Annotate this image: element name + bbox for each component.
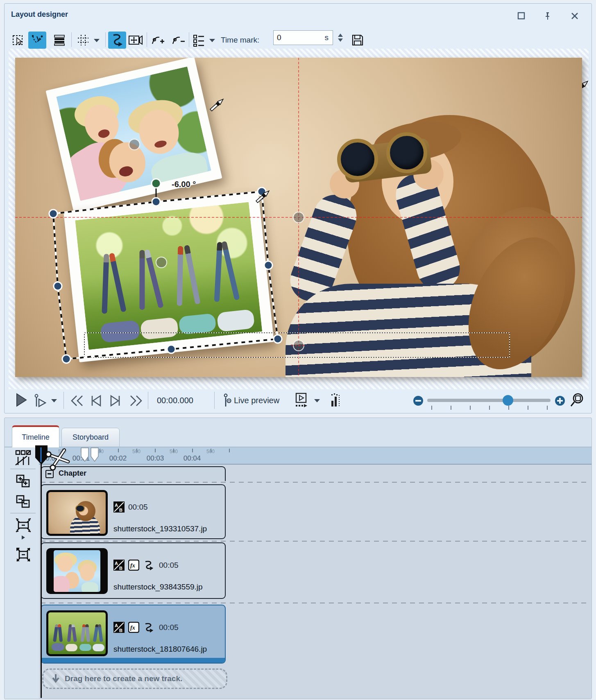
present-window-icon[interactable] (294, 392, 308, 408)
fit-width-button[interactable] (14, 516, 33, 534)
fit-all-button[interactable] (14, 546, 33, 564)
time-mark-input[interactable]: 0 s (273, 30, 333, 45)
lane-separator (41, 541, 589, 542)
scissors-marker-icon[interactable] (46, 447, 70, 470)
curve-mode-tool-button[interactable] (108, 32, 126, 49)
live-preview-label[interactable]: Live preview (234, 396, 279, 405)
ruler-tick (229, 449, 230, 452)
thumb-kid-legs (98, 624, 103, 641)
thumb-kid-legs (58, 624, 63, 641)
ruler-second-label: 00:02 (109, 454, 127, 463)
rotation-handle[interactable] (152, 179, 161, 188)
timeline-clip-2[interactable]: AB fx 00:05 shutterstock_93843559.jp (41, 542, 226, 599)
selection-marching-ants[interactable] (53, 192, 278, 359)
object-list-tool-button[interactable] (190, 32, 208, 49)
svg-text:A: A (115, 561, 118, 566)
thumb-kid-legs (71, 624, 77, 642)
object-center-marker-1[interactable] (129, 139, 140, 150)
svg-text:fx: fx (130, 625, 135, 631)
time-mark-unit: s (325, 33, 329, 42)
time-mark-spinner[interactable] (335, 30, 345, 45)
ruler-tick (155, 449, 156, 452)
ruler-second-label: 00:03 (147, 454, 164, 463)
clip-1-icons: AB 00:05 (113, 501, 148, 513)
object-center-marker-2[interactable] (156, 257, 167, 268)
grid-tool-button[interactable] (74, 32, 92, 49)
arrow-down-icon (51, 673, 61, 684)
clip-1-duration: 00:05 (128, 503, 148, 512)
resize-handle-left-mid[interactable] (54, 282, 62, 290)
clip-3-filename: shutterstock_181807646.jp (113, 645, 224, 654)
collapse-chapter-button[interactable] (45, 470, 54, 478)
edit-curve-tool-button[interactable] (28, 32, 46, 49)
pan-view-tool-button[interactable] (127, 32, 145, 49)
svg-text:fx: fx (130, 562, 135, 569)
svg-text:B: B (119, 566, 122, 571)
secondary-center-marker[interactable] (291, 340, 306, 351)
close-icon[interactable] (570, 11, 580, 21)
play-options-dropdown-icon[interactable] (50, 398, 58, 403)
ruler-half-label: 500 (170, 449, 178, 454)
pin-icon[interactable] (543, 11, 553, 21)
tool-separator (10, 469, 36, 469)
tab-timeline[interactable]: Timeline (12, 425, 59, 447)
clip-2-duration: 00:05 (159, 561, 179, 570)
motion-curve-icon (143, 560, 155, 571)
range-marker-end[interactable] (91, 447, 99, 463)
thumb-kid-body (79, 644, 91, 651)
tab-storyboard[interactable]: Storyboard (61, 428, 120, 447)
track-options-button[interactable] (14, 449, 33, 467)
play-from-marker-button[interactable] (33, 393, 47, 408)
previous-button[interactable] (89, 394, 103, 407)
timeline-ruler[interactable]: 500 500 500 500 500 00:00 00:01 00:02 00… (39, 447, 591, 465)
tab-storyboard-label: Storyboard (73, 433, 109, 442)
grid-dropdown-icon[interactable] (93, 37, 100, 45)
remove-keypoint-tool-button[interactable] (169, 32, 187, 49)
expand-all-button[interactable] (14, 472, 33, 490)
fast-forward-button[interactable] (128, 394, 144, 407)
resize-handle-bottom-left[interactable] (62, 355, 70, 363)
resize-handle-right-mid[interactable] (264, 261, 272, 269)
levels-icon[interactable] (330, 392, 342, 408)
playbar-separator (214, 392, 215, 409)
brush-cursor-icon (210, 98, 224, 112)
resize-handle-top-left[interactable] (49, 210, 57, 218)
zoom-slider-thumb[interactable] (503, 395, 513, 406)
present-dropdown-icon[interactable] (313, 398, 321, 403)
list-dropdown-icon[interactable] (208, 37, 216, 45)
select-tool-button[interactable] (9, 32, 27, 49)
resize-handle-top-mid[interactable] (152, 198, 160, 206)
slide-canvas[interactable]: -6.00 ° (15, 58, 582, 377)
chapter-label: Chapter (59, 469, 86, 478)
clip-1-filename: shutterstock_193310537.jp (113, 524, 224, 533)
play-button[interactable] (14, 392, 28, 408)
selection-overlay: -6.00 ° (15, 58, 582, 377)
range-marker-start[interactable] (81, 447, 89, 463)
live-preview-icon[interactable] (222, 393, 232, 408)
effects-fx-icon: fx (128, 560, 139, 571)
zoom-tick (508, 406, 509, 410)
thumb-kid-shirt (54, 576, 70, 592)
next-button[interactable] (109, 394, 122, 407)
panel-title: Layout designer (11, 10, 68, 19)
add-keypoint-tool-button[interactable] (149, 32, 167, 49)
clip-3-icons: AB fx 00:05 (113, 622, 179, 633)
resize-handle-bottom-right[interactable] (274, 335, 282, 343)
save-button[interactable] (349, 32, 367, 49)
ruler-tick (192, 449, 193, 452)
zoom-fit-icon[interactable] (569, 392, 585, 408)
timeline-clip-3-selected[interactable]: AB fx 00:05 shutterstock_181807646.jp (41, 605, 226, 664)
new-track-drop-zone[interactable]: Drag here to create a new track. (42, 668, 227, 689)
align-tool-button[interactable] (50, 32, 68, 49)
resize-handle-bottom-mid[interactable] (167, 345, 175, 353)
timeline-clip-1[interactable]: AB 00:05 shutterstock_193310537.jp (41, 484, 226, 539)
collapse-all-button[interactable] (14, 492, 33, 510)
maximize-icon[interactable] (517, 11, 526, 21)
zoom-in-button[interactable] (554, 395, 566, 406)
canvas-center-marker[interactable] (293, 212, 304, 223)
rewind-button[interactable] (69, 394, 85, 407)
more-arrow-icon[interactable] (14, 534, 33, 541)
zoom-out-button[interactable] (412, 395, 424, 406)
playhead-line[interactable] (41, 464, 42, 698)
zoom-slider-track[interactable] (427, 399, 551, 402)
